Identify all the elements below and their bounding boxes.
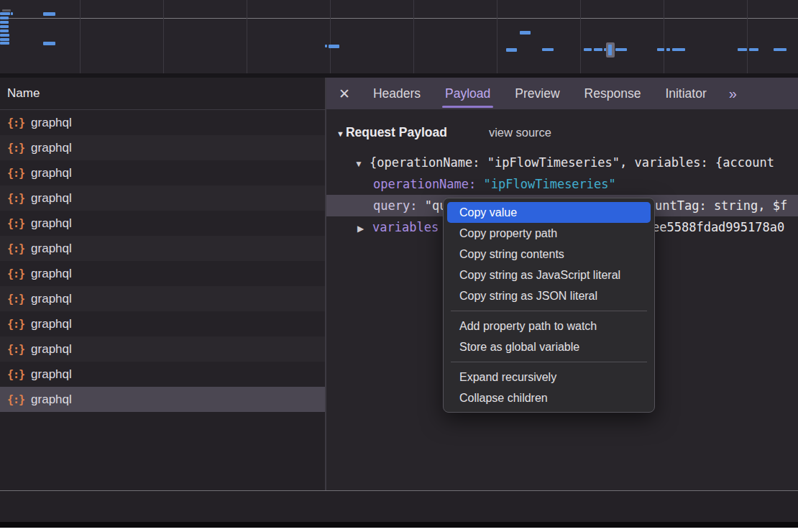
devtools-network-panel: Name {:}graphql{:}graphql{:}graphql{:}gr… xyxy=(0,0,798,532)
tree-row-operation-name[interactable]: operationName: "ipFlowTimeseries" xyxy=(326,173,798,195)
timeline-request-bar xyxy=(657,48,664,51)
timeline-request-bar xyxy=(0,25,9,28)
menu-item-copy-string-as-json-literal[interactable]: Copy string as JSON literal xyxy=(444,285,654,306)
property-value-right: untTag: string, $f xyxy=(655,195,787,216)
timeline-request-bar xyxy=(0,17,9,19)
timeline-gridline xyxy=(330,0,331,73)
request-name-label: graphql xyxy=(31,267,72,281)
tab-headers[interactable]: Headers xyxy=(373,78,421,109)
json-braces-icon: {:} xyxy=(7,293,24,306)
tab-initiator[interactable]: Initiator xyxy=(665,78,706,109)
name-column-header[interactable]: Name xyxy=(0,78,325,110)
request-row[interactable]: {:}graphql xyxy=(0,336,325,362)
timeline-gridline xyxy=(747,0,748,73)
request-row[interactable]: {:}graphql xyxy=(0,160,325,185)
section-expander-icon[interactable]: ▼ xyxy=(336,129,344,138)
request-row[interactable]: {:}graphql xyxy=(0,311,325,336)
tab-preview[interactable]: Preview xyxy=(515,78,559,109)
footer-bar xyxy=(0,491,798,522)
timeline-request-bar xyxy=(0,21,9,24)
timeline-gridline xyxy=(413,0,414,73)
property-key: variables xyxy=(372,220,439,234)
expander-down-icon[interactable]: ▼ xyxy=(354,153,364,175)
request-name-label: graphql xyxy=(31,317,72,331)
timeline-selected-marker xyxy=(606,42,615,58)
close-icon[interactable]: ✕ xyxy=(326,86,361,102)
more-tabs-icon[interactable]: » xyxy=(729,86,735,102)
request-row[interactable]: {:}graphql xyxy=(0,236,325,261)
name-column-label: Name xyxy=(7,86,40,100)
root-preview-text: {operationName: "ipFlowTimeseries", vari… xyxy=(370,155,774,170)
request-row[interactable]: {:}graphql xyxy=(0,185,325,211)
request-row[interactable]: {:}graphql xyxy=(0,387,325,412)
timeline-request-bar xyxy=(520,31,531,35)
request-name-label: graphql xyxy=(31,116,72,130)
page-margin xyxy=(0,528,798,532)
request-name-label: graphql xyxy=(31,292,72,306)
timeline-request-bar xyxy=(672,48,685,51)
timeline-request-bar xyxy=(0,34,9,37)
timeline-gridline xyxy=(580,0,581,73)
menu-separator xyxy=(451,362,647,362)
menu-item-expand-recursively[interactable]: Expand recursively xyxy=(444,367,654,387)
timeline-request-bar xyxy=(329,45,339,48)
property-value: "ipFlowTimeseries" xyxy=(484,177,616,191)
timeline-request-bar xyxy=(594,48,602,51)
tree-row-root[interactable]: ▼{operationName: "ipFlowTimeseries", var… xyxy=(326,152,798,173)
json-braces-icon: {:} xyxy=(7,267,24,280)
request-name-label: graphql xyxy=(31,216,72,231)
context-menu: Copy valueCopy property pathCopy string … xyxy=(443,198,655,413)
timeline-request-bar xyxy=(325,45,327,47)
json-braces-icon: {:} xyxy=(7,167,24,180)
expander-right-icon[interactable]: ▶ xyxy=(357,218,367,239)
request-payload-section-header[interactable]: ▼ Request Payload view source xyxy=(336,125,798,140)
timeline-request-bar xyxy=(666,48,670,51)
request-name-label: graphql xyxy=(31,342,72,357)
timeline-gridline xyxy=(497,0,497,73)
timeline-request-bar xyxy=(2,9,11,12)
request-row[interactable]: {:}graphql xyxy=(0,110,325,135)
window-bottom-edge xyxy=(0,522,798,528)
request-name-label: graphql xyxy=(31,166,72,180)
menu-separator xyxy=(451,311,647,311)
detail-tabbar: ✕ HeadersPayloadPreviewResponseInitiator… xyxy=(326,78,798,109)
timeline-request-bar xyxy=(0,38,9,41)
timeline-gridline xyxy=(80,0,81,73)
menu-item-copy-property-path[interactable]: Copy property path xyxy=(444,223,654,244)
request-row[interactable]: {:}graphql xyxy=(0,135,325,160)
request-row[interactable]: {:}graphql xyxy=(0,261,325,286)
timeline-request-bar xyxy=(774,48,786,51)
timeline-divider-line xyxy=(0,18,798,19)
timeline-gridline xyxy=(664,0,664,73)
view-source-link[interactable]: view source xyxy=(489,126,551,139)
json-braces-icon: {:} xyxy=(7,393,24,406)
menu-item-copy-string-as-javascript-literal[interactable]: Copy string as JavaScript literal xyxy=(444,265,654,285)
json-braces-icon: {:} xyxy=(7,192,24,205)
request-list-panel: Name {:}graphql{:}graphql{:}graphql{:}gr… xyxy=(0,78,325,490)
network-overview-timeline[interactable] xyxy=(0,0,798,73)
menu-item-collapse-children[interactable]: Collapse children xyxy=(444,387,654,408)
request-name-label: graphql xyxy=(31,367,72,382)
property-key: operationName: xyxy=(373,177,476,191)
detail-tabs: HeadersPayloadPreviewResponseInitiator xyxy=(361,78,719,109)
menu-item-add-property-path-to-watch[interactable]: Add property path to watch xyxy=(444,316,654,336)
json-braces-icon: {:} xyxy=(7,318,24,331)
menu-item-store-as-global-variable[interactable]: Store as global variable xyxy=(444,336,654,357)
timeline-request-bar xyxy=(43,42,55,45)
timeline-request-bar xyxy=(0,29,9,32)
request-name-label: graphql xyxy=(31,242,72,256)
timeline-request-bar xyxy=(738,48,747,51)
request-row[interactable]: {:}graphql xyxy=(0,211,325,236)
json-braces-icon: {:} xyxy=(7,217,24,230)
request-name-label: graphql xyxy=(31,141,72,155)
timeline-request-bar xyxy=(0,42,9,45)
json-braces-icon: {:} xyxy=(7,142,24,155)
menu-item-copy-string-contents[interactable]: Copy string contents xyxy=(444,244,654,265)
request-row[interactable]: {:}graphql xyxy=(0,362,325,387)
tab-payload[interactable]: Payload xyxy=(445,78,490,109)
timeline-request-bar xyxy=(749,48,758,51)
request-row[interactable]: {:}graphql xyxy=(0,286,325,311)
menu-item-copy-value[interactable]: Copy value xyxy=(447,202,651,223)
request-name-label: graphql xyxy=(31,393,72,407)
tab-response[interactable]: Response xyxy=(584,78,641,109)
